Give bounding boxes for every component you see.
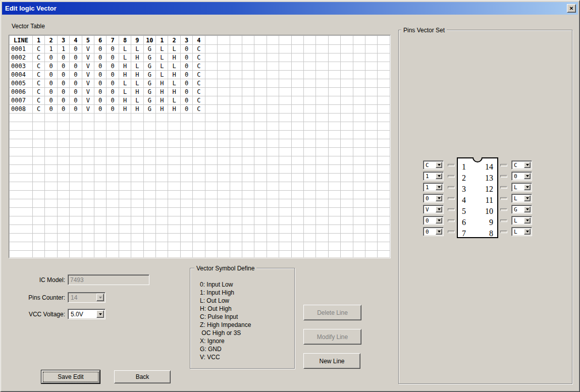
cell-empty: [33, 251, 45, 259]
cell-empty: [328, 148, 340, 156]
vector-table-row[interactable]: 0003C000V00HLGLL0C: [10, 62, 390, 71]
pin-7-dropdown[interactable]: 0: [423, 227, 444, 236]
cell-empty: [156, 208, 168, 216]
cell-empty: [242, 53, 254, 62]
cell-empty: [341, 45, 353, 53]
cell-empty: [131, 191, 143, 199]
cell-empty: [230, 182, 242, 191]
col-header-pin: 5: [82, 36, 94, 45]
pins-vector-set-group: Pins Vector Set C110V00 1234567 14131211…: [398, 30, 572, 384]
pin-1-dropdown[interactable]: C: [423, 160, 444, 170]
cell-empty: [205, 182, 217, 191]
back-button[interactable]: Back: [114, 370, 171, 383]
vector-table-row[interactable]: 0005C000V00LLGHL0C: [10, 79, 390, 88]
cell-empty: [82, 114, 94, 122]
vector-table-row[interactable]: 0001C110V00LLGLL0C: [10, 45, 390, 53]
pin-5-dropdown[interactable]: V: [423, 205, 444, 214]
cell-empty: [267, 182, 279, 191]
symbol-define-lines: 0: Input Low1: Input HighL: Out LowH: Ou…: [200, 281, 251, 361]
cell-pin-value: 0: [45, 53, 57, 62]
new-line-button[interactable]: New Line: [303, 353, 360, 369]
cell-empty: [45, 234, 57, 242]
cell-pin-value: C: [33, 71, 45, 79]
pin-6-dropdown[interactable]: 0: [423, 216, 444, 225]
cell-empty: [218, 208, 230, 216]
cell-empty: [254, 182, 267, 191]
vector-table-row[interactable]: 0006C000V00LHGHH0C: [10, 88, 390, 96]
cell-empty: [205, 216, 217, 225]
dropdown-arrow-icon[interactable]: [96, 310, 104, 318]
vector-table-row[interactable]: 0008C000V00HHGHH0C: [10, 105, 390, 114]
cell-empty: [70, 208, 82, 216]
pin-13-dropdown[interactable]: 0: [511, 172, 532, 181]
pin-8-dropdown[interactable]: L: [511, 227, 532, 236]
cell-pin-value: C: [193, 105, 205, 114]
cell-empty: [316, 242, 328, 251]
cell-empty: [303, 208, 315, 216]
cell-empty: [254, 62, 267, 71]
cell-pin-value: 0: [107, 45, 119, 53]
cell-empty: [45, 251, 57, 259]
cell-empty: [303, 182, 315, 191]
cell-empty: [316, 225, 328, 234]
cell-empty: [353, 114, 365, 122]
vector-table-row[interactable]: 0004C000V00HHGLH0C: [10, 71, 390, 79]
cell-pin-value: C: [193, 45, 205, 53]
combo-value: 0: [513, 173, 524, 180]
close-button[interactable]: ✕: [567, 4, 576, 13]
cell-empty: [94, 148, 107, 156]
cell-empty: [365, 156, 377, 165]
pin-10-dropdown[interactable]: G: [511, 205, 532, 214]
pin-2-dropdown[interactable]: 1: [423, 172, 444, 181]
pin-14-dropdown[interactable]: C: [511, 160, 532, 170]
cell-empty: [119, 216, 131, 225]
cell-empty: [353, 251, 365, 259]
cell-empty: [119, 114, 131, 122]
cell-empty: [10, 242, 33, 251]
cell-empty: [365, 242, 377, 251]
cell-empty: [205, 156, 217, 165]
vector-table-row[interactable]: 0002C000V00LHGLH0C: [10, 53, 390, 62]
cell-pin-value: 0: [57, 105, 69, 114]
cell-empty: [230, 225, 242, 234]
cell-empty: [82, 234, 94, 242]
cell-pin-value: L: [131, 79, 143, 88]
cell-empty: [205, 71, 217, 79]
cell-empty: [242, 165, 254, 174]
cell-pin-value: 0: [180, 79, 192, 88]
pin-12-dropdown[interactable]: L: [511, 183, 532, 192]
cell-empty: [33, 208, 45, 216]
cell-empty: [218, 88, 230, 96]
cell-empty: [353, 182, 365, 191]
cell-pin-value: V: [82, 88, 94, 96]
cell-empty: [57, 191, 69, 199]
pin-11-dropdown[interactable]: L: [511, 194, 532, 203]
cell-pin-value: H: [168, 71, 180, 79]
dropdown-arrow-icon: [436, 229, 442, 235]
cell-empty: [267, 45, 279, 53]
cell-empty: [328, 45, 340, 53]
save-edit-button[interactable]: Save Edit: [41, 370, 100, 383]
cell-empty: [316, 62, 328, 71]
cell-pin-value: H: [131, 88, 143, 96]
cell-pin-value: 0: [180, 53, 192, 62]
vector-table-row[interactable]: 0007C000V00HLGHL0C: [10, 96, 390, 105]
pin-4-dropdown[interactable]: 0: [423, 194, 444, 203]
col-header-empty: [205, 36, 217, 45]
cell-empty: [316, 79, 328, 88]
cell-empty: [353, 122, 365, 131]
pin-3-dropdown[interactable]: 1: [423, 183, 444, 192]
cell-pin-value: G: [143, 53, 155, 62]
cell-empty: [279, 96, 291, 105]
cell-empty: [291, 114, 303, 122]
cell-pin-value: C: [33, 88, 45, 96]
cell-empty: [365, 79, 377, 88]
cell-empty: [365, 131, 377, 139]
pin-9-dropdown[interactable]: L: [511, 216, 532, 225]
cell-empty: [45, 216, 57, 225]
vcc-voltage-dropdown[interactable]: 5.0V: [68, 309, 106, 319]
cell-empty: [365, 225, 377, 234]
cell-empty: [156, 199, 168, 208]
cell-empty: [365, 174, 377, 182]
pin-stub-icon: [500, 186, 507, 189]
